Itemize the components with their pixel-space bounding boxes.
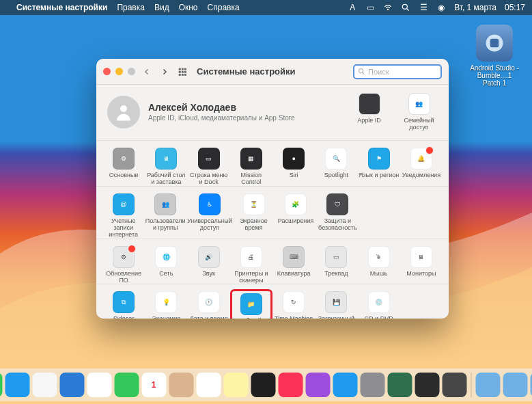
dock-app-folder2[interactable]	[503, 373, 527, 397]
svg-rect-3	[490, 39, 499, 48]
forward-button[interactable]	[158, 66, 171, 78]
close-button[interactable]	[103, 68, 111, 75]
input-source-icon[interactable]: А	[348, 3, 357, 12]
dock-app-podcasts[interactable]	[305, 373, 330, 397]
pref-label: Учетные записи интернета	[103, 217, 143, 239]
sharing-icon: 📁	[240, 293, 262, 315]
ext-icon: 🧩	[285, 193, 307, 215]
pref-startup[interactable]: 💾 Загрузочный диск	[316, 291, 356, 319]
menu-item[interactable]: Окно	[179, 3, 198, 12]
pref-mission[interactable]: ▦ Mission Control	[231, 148, 272, 186]
pref-spotlight[interactable]: 🔍 Spotlight	[316, 148, 356, 186]
svg-rect-8	[182, 70, 184, 72]
dock-app-photos[interactable]	[87, 373, 111, 397]
desktop-icon-android-studio[interactable]: Android Studio - Bumble....1 Patch 1	[468, 25, 521, 87]
pref-label: CD и DVD	[365, 315, 393, 319]
svg-rect-12	[184, 73, 186, 75]
pref-keyboard[interactable]: ⌨︎ Клавиатура	[273, 246, 314, 284]
pref-datetime[interactable]: 🕒 Дата и время	[188, 291, 229, 319]
pref-desktop[interactable]: 🖥 Рабочий стол и заставка	[145, 148, 186, 186]
dock-app-maps[interactable]	[32, 373, 57, 397]
pref-label: Time Machine	[275, 315, 313, 319]
system-preferences-window: Системные настройки Поиск Алексей Холода…	[96, 59, 449, 319]
pref-a11y[interactable]: ♿︎ Универсальный доступ	[187, 193, 232, 239]
pref-label: Трекпад	[324, 270, 348, 284]
pref-printers[interactable]: 🖨 Принтеры и сканеры	[231, 246, 272, 284]
dock-app-terminal[interactable]	[415, 373, 439, 397]
menu-item[interactable]: Вид	[154, 3, 169, 12]
dock-app-facetime[interactable]	[114, 373, 139, 397]
pref-displays[interactable]: 🖥 Мониторы	[401, 246, 442, 284]
minimize-button[interactable]	[115, 68, 123, 75]
pref-mouse[interactable]: 🖱 Мышь	[359, 246, 400, 284]
dock-app-messages[interactable]	[0, 373, 2, 397]
dock-app-androidstudio[interactable]	[387, 373, 412, 397]
pref-label: Sidecar	[113, 315, 135, 319]
pref-label: Мониторы	[406, 270, 436, 284]
apple-id-row[interactable]: Алексей Холодаев Apple ID, iCloud, медиа…	[96, 85, 449, 141]
dock-separator	[471, 373, 471, 397]
dock-app-appletv[interactable]	[251, 373, 275, 397]
dock: 1	[0, 368, 532, 401]
startup-icon: 💾	[325, 291, 347, 313]
dock-app-calendar[interactable]: 1	[141, 373, 166, 397]
zoom-button[interactable]	[128, 68, 135, 75]
app-menu-title[interactable]: Системные настройки	[16, 3, 107, 12]
svg-rect-5	[182, 68, 184, 70]
dock-app-contacts[interactable]	[169, 373, 193, 397]
pref-label: Строка меню и Dock	[188, 172, 229, 186]
show-all-button[interactable]	[176, 66, 188, 78]
displays-icon: 🖥	[410, 246, 432, 268]
pref-internet[interactable]: @ Учетные записи интернета	[103, 193, 143, 239]
svg-rect-10	[179, 73, 181, 75]
pref-notify[interactable]: 🔔 Уведомления	[401, 148, 442, 186]
dock-app-appstore[interactable]	[333, 373, 357, 397]
pref-sharing[interactable]: 📁 Общий доступ	[230, 289, 272, 319]
back-button[interactable]	[141, 66, 153, 78]
search-field[interactable]: Поиск	[353, 64, 442, 79]
notify-icon: 🔔	[410, 148, 432, 170]
pref-general[interactable]: ⚙︎ Основные	[103, 148, 144, 186]
menu-item[interactable]: Справка	[208, 3, 240, 12]
menubar-date[interactable]: Вт, 1 марта	[454, 3, 496, 12]
pref-network[interactable]: 🌐 Сеть	[145, 246, 186, 284]
pref-label: Клавиатура	[277, 270, 311, 284]
pref-sound[interactable]: 🔊 Звук	[188, 246, 229, 284]
pref-dock[interactable]: ▭ Строка меню и Dock	[188, 148, 229, 186]
pref-swupdate[interactable]: ⚙︎ Обновление ПО	[103, 246, 144, 284]
dock-app-vscode[interactable]	[59, 373, 84, 397]
pref-family[interactable]: 👥 Семейный доступ	[400, 93, 438, 131]
dock-app-mail[interactable]	[5, 373, 29, 397]
pref-label: Общий доступ	[233, 317, 270, 319]
dock-app-music[interactable]	[278, 373, 303, 397]
pref-apple-id[interactable]: Apple ID	[350, 93, 388, 131]
pref-energy[interactable]: 💡 Экономия энергии	[145, 291, 186, 319]
pref-label: Пользователи и группы	[145, 217, 185, 232]
control-center-icon[interactable]: ☰	[419, 3, 428, 12]
pref-security[interactable]: 🛡 Защита и безопасность	[318, 193, 358, 239]
pref-trackpad[interactable]: ▭ Трекпад	[316, 246, 356, 284]
family-icon: 👥	[408, 93, 430, 115]
pref-lang[interactable]: ⚑ Язык и регион	[359, 148, 400, 186]
menubar: Системные настройки Правка Вид Окно Спра…	[0, 0, 532, 15]
pref-ext[interactable]: 🧩 Расширения	[275, 193, 316, 239]
display-icon[interactable]: ▭	[365, 3, 375, 12]
dock-app-sublime[interactable]	[442, 373, 466, 397]
dock-app-prefs[interactable]	[360, 373, 384, 397]
spotlight-icon[interactable]	[401, 3, 410, 12]
svg-point-13	[359, 68, 363, 72]
wifi-icon[interactable]	[383, 3, 393, 12]
pref-sidecar[interactable]: ⧉ Sidecar	[103, 291, 144, 319]
menubar-time[interactable]: 05:17	[505, 3, 525, 12]
dock-app-reminders[interactable]	[196, 373, 221, 397]
pref-screentime[interactable]: ⏳ Экранное время	[234, 193, 274, 239]
siri-icon[interactable]: ◉	[436, 3, 446, 12]
pref-siri[interactable]: ● Siri	[273, 148, 314, 186]
dock-app-notes[interactable]	[223, 373, 248, 397]
cddvd-icon: 💿	[368, 291, 390, 313]
pref-users[interactable]: 👥 Пользователи и группы	[145, 193, 185, 239]
dock-app-folder1[interactable]	[475, 373, 500, 397]
pref-cddvd[interactable]: 💿 CD и DVD	[359, 291, 400, 319]
menu-item[interactable]: Правка	[117, 3, 145, 12]
pref-timemachine[interactable]: ↻ Time Machine	[273, 291, 314, 319]
